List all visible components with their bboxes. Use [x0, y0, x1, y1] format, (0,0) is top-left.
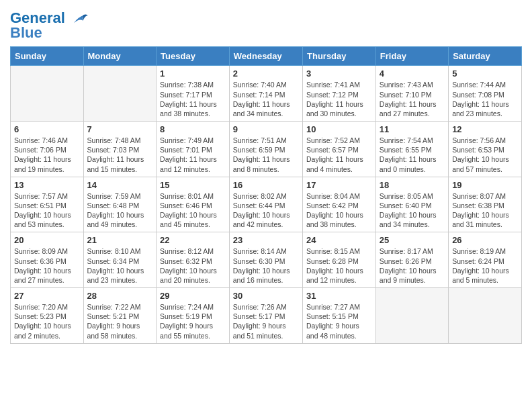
day-info: Sunrise: 7:49 AM Sunset: 7:01 PM Dayligh… — [160, 136, 226, 174]
day-info: Sunrise: 8:05 AM Sunset: 6:40 PM Dayligh… — [380, 191, 445, 230]
calendar-cell: 20Sunrise: 8:09 AM Sunset: 6:36 PM Dayli… — [11, 232, 84, 288]
weekday-header-saturday: Saturday — [449, 47, 522, 66]
day-info: Sunrise: 8:04 AM Sunset: 6:42 PM Dayligh… — [306, 191, 372, 230]
day-info: Sunrise: 8:02 AM Sunset: 6:44 PM Dayligh… — [233, 191, 299, 230]
calendar-cell: 15Sunrise: 8:01 AM Sunset: 6:46 PM Dayli… — [157, 177, 230, 232]
day-info: Sunrise: 8:17 AM Sunset: 6:26 PM Dayligh… — [380, 246, 445, 285]
weekday-header-sunday: Sunday — [11, 47, 84, 66]
calendar-cell: 16Sunrise: 8:02 AM Sunset: 6:44 PM Dayli… — [229, 177, 302, 232]
calendar-cell: 8Sunrise: 7:49 AM Sunset: 7:01 PM Daylig… — [157, 122, 230, 177]
calendar-cell: 3Sunrise: 7:41 AM Sunset: 7:12 PM Daylig… — [303, 66, 376, 122]
day-info: Sunrise: 8:10 AM Sunset: 6:34 PM Dayligh… — [87, 246, 153, 285]
day-number: 26 — [452, 235, 518, 245]
day-number: 22 — [160, 235, 226, 245]
week-row-4: 20Sunrise: 8:09 AM Sunset: 6:36 PM Dayli… — [11, 232, 522, 288]
weekday-header-wednesday: Wednesday — [229, 47, 302, 66]
day-info: Sunrise: 7:24 AM Sunset: 5:19 PM Dayligh… — [160, 302, 226, 340]
day-number: 23 — [233, 235, 299, 245]
calendar-cell: 12Sunrise: 7:56 AM Sunset: 6:53 PM Dayli… — [449, 122, 522, 177]
header: General Blue — [10, 7, 522, 41]
day-info: Sunrise: 7:59 AM Sunset: 6:48 PM Dayligh… — [87, 191, 153, 230]
day-number: 27 — [14, 291, 80, 301]
calendar-cell: 17Sunrise: 8:04 AM Sunset: 6:42 PM Dayli… — [303, 177, 376, 232]
calendar-cell: 27Sunrise: 7:20 AM Sunset: 5:23 PM Dayli… — [11, 288, 84, 344]
day-number: 5 — [452, 68, 518, 79]
day-number: 8 — [160, 124, 226, 134]
calendar-cell — [449, 288, 522, 344]
calendar-cell: 22Sunrise: 8:12 AM Sunset: 6:32 PM Dayli… — [157, 232, 230, 288]
logo: General Blue — [10, 7, 89, 41]
calendar-cell: 18Sunrise: 8:05 AM Sunset: 6:40 PM Dayli… — [375, 177, 448, 232]
week-row-3: 13Sunrise: 7:57 AM Sunset: 6:51 PM Dayli… — [11, 177, 522, 232]
day-info: Sunrise: 7:43 AM Sunset: 7:10 PM Dayligh… — [380, 80, 445, 118]
day-number: 11 — [380, 124, 445, 134]
week-row-1: 1Sunrise: 7:38 AM Sunset: 7:17 PM Daylig… — [11, 66, 522, 122]
day-info: Sunrise: 7:27 AM Sunset: 5:15 PM Dayligh… — [306, 302, 372, 340]
day-info: Sunrise: 7:38 AM Sunset: 7:17 PM Dayligh… — [160, 80, 226, 118]
calendar-cell: 7Sunrise: 7:48 AM Sunset: 7:03 PM Daylig… — [83, 122, 157, 177]
day-info: Sunrise: 7:46 AM Sunset: 7:06 PM Dayligh… — [14, 136, 80, 174]
calendar-cell: 25Sunrise: 8:17 AM Sunset: 6:26 PM Dayli… — [375, 232, 448, 288]
calendar-cell: 24Sunrise: 8:15 AM Sunset: 6:28 PM Dayli… — [303, 232, 376, 288]
day-info: Sunrise: 8:09 AM Sunset: 6:36 PM Dayligh… — [14, 246, 80, 285]
calendar-cell: 6Sunrise: 7:46 AM Sunset: 7:06 PM Daylig… — [11, 122, 84, 177]
day-info: Sunrise: 7:57 AM Sunset: 6:51 PM Dayligh… — [14, 191, 80, 230]
day-info: Sunrise: 7:51 AM Sunset: 6:59 PM Dayligh… — [233, 136, 299, 174]
calendar-cell: 10Sunrise: 7:52 AM Sunset: 6:57 PM Dayli… — [303, 122, 376, 177]
day-number: 25 — [380, 235, 445, 245]
week-row-2: 6Sunrise: 7:46 AM Sunset: 7:06 PM Daylig… — [11, 122, 522, 177]
day-number: 10 — [306, 124, 372, 134]
day-number: 30 — [233, 291, 299, 301]
day-number: 19 — [452, 180, 518, 190]
day-info: Sunrise: 7:48 AM Sunset: 7:03 PM Dayligh… — [87, 136, 153, 174]
day-number: 9 — [233, 124, 299, 134]
day-info: Sunrise: 7:54 AM Sunset: 6:55 PM Dayligh… — [380, 136, 445, 174]
day-number: 1 — [160, 68, 226, 79]
day-number: 17 — [306, 180, 372, 190]
calendar-cell: 11Sunrise: 7:54 AM Sunset: 6:55 PM Dayli… — [375, 122, 448, 177]
day-info: Sunrise: 8:07 AM Sunset: 6:38 PM Dayligh… — [452, 191, 518, 230]
day-info: Sunrise: 7:52 AM Sunset: 6:57 PM Dayligh… — [306, 136, 372, 174]
day-info: Sunrise: 7:26 AM Sunset: 5:17 PM Dayligh… — [233, 302, 299, 340]
day-number: 20 — [14, 235, 80, 245]
calendar-cell — [375, 288, 448, 344]
weekday-header-friday: Friday — [375, 47, 448, 66]
calendar-cell: 23Sunrise: 8:14 AM Sunset: 6:30 PM Dayli… — [229, 232, 302, 288]
day-number: 7 — [87, 124, 153, 134]
day-info: Sunrise: 8:12 AM Sunset: 6:32 PM Dayligh… — [160, 246, 226, 285]
calendar-cell: 4Sunrise: 7:43 AM Sunset: 7:10 PM Daylig… — [375, 66, 448, 122]
calendar-cell: 21Sunrise: 8:10 AM Sunset: 6:34 PM Dayli… — [83, 232, 157, 288]
day-number: 21 — [87, 235, 153, 245]
day-info: Sunrise: 7:56 AM Sunset: 6:53 PM Dayligh… — [452, 136, 518, 174]
day-number: 29 — [160, 291, 226, 301]
calendar-cell: 28Sunrise: 7:22 AM Sunset: 5:21 PM Dayli… — [83, 288, 157, 344]
logo-text-blue: Blue — [10, 24, 42, 41]
day-number: 13 — [14, 180, 80, 190]
calendar-cell: 9Sunrise: 7:51 AM Sunset: 6:59 PM Daylig… — [229, 122, 302, 177]
calendar-cell: 29Sunrise: 7:24 AM Sunset: 5:19 PM Dayli… — [157, 288, 230, 344]
day-number: 16 — [233, 180, 299, 190]
calendar-cell: 14Sunrise: 7:59 AM Sunset: 6:48 PM Dayli… — [83, 177, 157, 232]
day-number: 18 — [380, 180, 445, 190]
calendar-cell: 30Sunrise: 7:26 AM Sunset: 5:17 PM Dayli… — [229, 288, 302, 344]
calendar-cell: 5Sunrise: 7:44 AM Sunset: 7:08 PM Daylig… — [449, 66, 522, 122]
day-number: 15 — [160, 180, 226, 190]
calendar-cell — [83, 66, 157, 122]
day-info: Sunrise: 7:20 AM Sunset: 5:23 PM Dayligh… — [14, 302, 80, 340]
day-info: Sunrise: 8:15 AM Sunset: 6:28 PM Dayligh… — [306, 246, 372, 285]
day-number: 4 — [380, 68, 445, 79]
logo-bird-icon — [71, 12, 89, 26]
day-info: Sunrise: 8:14 AM Sunset: 6:30 PM Dayligh… — [233, 246, 299, 285]
calendar-cell: 19Sunrise: 8:07 AM Sunset: 6:38 PM Dayli… — [449, 177, 522, 232]
week-row-5: 27Sunrise: 7:20 AM Sunset: 5:23 PM Dayli… — [11, 288, 522, 344]
day-info: Sunrise: 8:01 AM Sunset: 6:46 PM Dayligh… — [160, 191, 226, 230]
calendar-cell: 2Sunrise: 7:40 AM Sunset: 7:14 PM Daylig… — [229, 66, 302, 122]
day-info: Sunrise: 7:44 AM Sunset: 7:08 PM Dayligh… — [452, 80, 518, 118]
weekday-header-row: SundayMondayTuesdayWednesdayThursdayFrid… — [11, 47, 522, 66]
weekday-header-tuesday: Tuesday — [157, 47, 230, 66]
day-number: 3 — [306, 68, 372, 79]
day-info: Sunrise: 7:22 AM Sunset: 5:21 PM Dayligh… — [87, 302, 153, 340]
day-number: 2 — [233, 68, 299, 79]
calendar-cell: 13Sunrise: 7:57 AM Sunset: 6:51 PM Dayli… — [11, 177, 84, 232]
weekday-header-monday: Monday — [83, 47, 157, 66]
